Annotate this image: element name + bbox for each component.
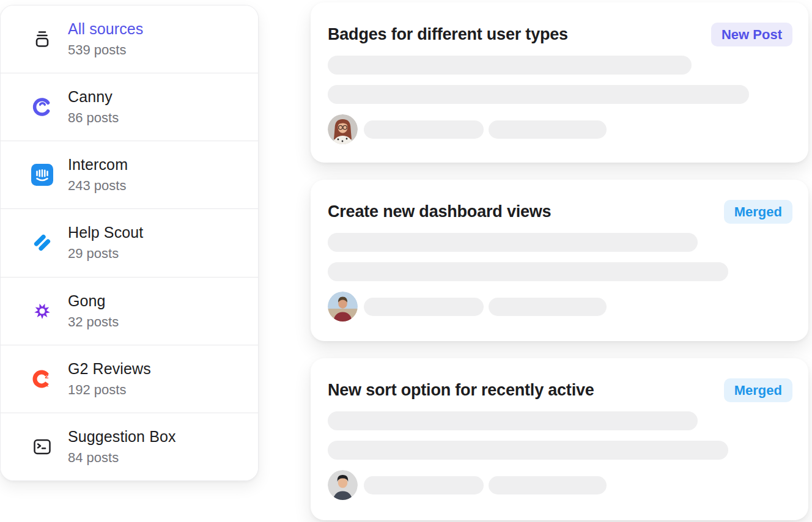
placeholder-line (328, 233, 698, 252)
placeholder-line (489, 120, 607, 139)
placeholder-line (328, 411, 698, 430)
status-badge: Merged (724, 200, 792, 224)
post-title: Badges for different user types (328, 25, 568, 44)
svg-text:2: 2 (45, 372, 49, 380)
post-card[interactable]: Badges for different user types New Post (311, 2, 808, 163)
source-label: Intercom (68, 156, 128, 174)
source-label: Gong (68, 292, 119, 310)
status-badge: Merged (724, 378, 792, 402)
sidebar-item-g2-reviews[interactable]: 2 G2 Reviews 192 posts (1, 345, 258, 413)
all-sources-icon (30, 28, 54, 50)
post-card[interactable]: New sort option for recently active Merg… (311, 358, 808, 520)
placeholder-line (489, 476, 607, 494)
gong-icon (30, 301, 54, 322)
suggestion-box-icon (30, 436, 54, 458)
source-label: Help Scout (68, 224, 143, 241)
post-title: New sort option for recently active (328, 381, 594, 400)
placeholder-line (364, 476, 484, 494)
avatar (328, 114, 358, 144)
post-card[interactable]: Create new dashboard views Merged (311, 180, 808, 341)
post-author-row (328, 114, 607, 144)
sidebar-item-intercom[interactable]: Intercom 243 posts (1, 141, 258, 208)
placeholder-line (328, 441, 728, 460)
source-count: 243 posts (68, 178, 128, 194)
help-scout-icon (30, 232, 54, 254)
post-author-row (328, 292, 607, 322)
source-count: 84 posts (68, 450, 176, 466)
source-label: G2 Reviews (68, 360, 151, 378)
sidebar-item-gong[interactable]: Gong 32 posts (1, 277, 258, 345)
placeholder-line (489, 298, 607, 316)
placeholder-line (328, 85, 749, 104)
source-count: 539 posts (68, 42, 143, 58)
sources-sidebar: All sources 539 posts Canny 86 posts (0, 5, 259, 481)
g2-icon: 2 (30, 368, 54, 390)
sidebar-item-canny[interactable]: Canny 86 posts (1, 73, 258, 141)
placeholder-line (328, 262, 728, 281)
sidebar-item-suggestion-box[interactable]: Suggestion Box 84 posts (1, 413, 258, 480)
sidebar-item-all-sources[interactable]: All sources 539 posts (1, 6, 258, 73)
sidebar-item-help-scout[interactable]: Help Scout 29 posts (1, 208, 258, 276)
source-label: Suggestion Box (68, 428, 176, 446)
source-count: 32 posts (68, 314, 119, 330)
avatar (328, 470, 358, 500)
placeholder-line (328, 56, 692, 75)
source-count: 86 posts (68, 110, 119, 126)
source-label: Canny (68, 88, 119, 106)
status-badge: New Post (711, 23, 792, 46)
canny-icon (30, 95, 54, 119)
source-count: 192 posts (68, 382, 151, 398)
source-count: 29 posts (68, 246, 143, 262)
source-label: All sources (68, 20, 143, 38)
post-title: Create new dashboard views (328, 202, 551, 221)
intercom-icon (30, 164, 54, 186)
placeholder-line (364, 298, 484, 316)
placeholder-line (364, 120, 484, 139)
avatar (328, 292, 358, 322)
post-author-row (328, 470, 607, 500)
